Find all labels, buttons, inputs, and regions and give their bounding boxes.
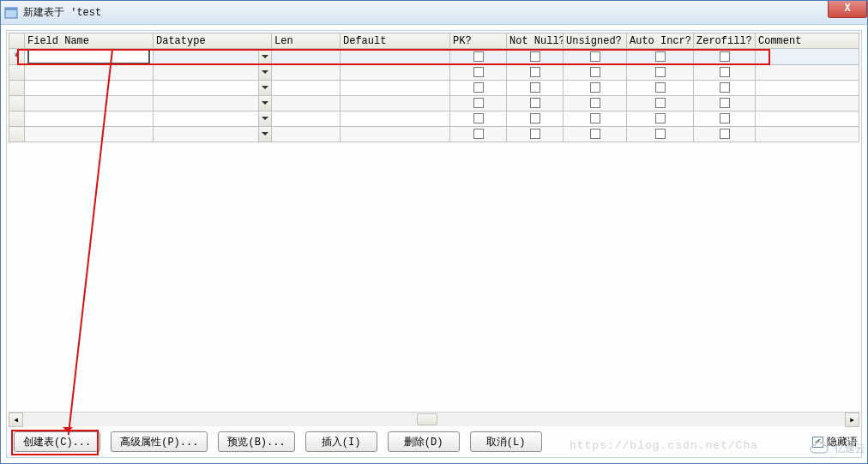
cell-pk[interactable] bbox=[450, 81, 507, 96]
cell-field-name[interactable] bbox=[25, 81, 154, 96]
unsigned-checkbox[interactable] bbox=[590, 51, 600, 62]
cell-datatype[interactable] bbox=[154, 65, 272, 81]
cell-datatype[interactable] bbox=[154, 81, 272, 96]
cell-comment[interactable] bbox=[756, 81, 859, 96]
cell-unsigned[interactable] bbox=[564, 81, 627, 96]
datatype-dropdown-icon[interactable] bbox=[258, 111, 271, 126]
cell-len[interactable] bbox=[272, 96, 341, 111]
col-zerofill[interactable]: Zerofill? bbox=[694, 33, 756, 49]
scroll-thumb[interactable] bbox=[417, 413, 437, 425]
cell-not-null[interactable] bbox=[507, 65, 564, 81]
cell-not-null[interactable] bbox=[507, 127, 564, 142]
cell-unsigned[interactable] bbox=[564, 127, 627, 142]
auto-incr-checkbox[interactable] bbox=[655, 82, 666, 93]
cell-zerofill[interactable] bbox=[694, 111, 756, 127]
cell-pk[interactable] bbox=[450, 65, 507, 81]
table-row[interactable]: * bbox=[9, 49, 859, 65]
cell-zerofill[interactable] bbox=[694, 81, 756, 96]
not-null-checkbox[interactable] bbox=[530, 67, 540, 77]
cell-len[interactable] bbox=[272, 127, 341, 142]
cell-len[interactable] bbox=[272, 49, 341, 65]
cell-zerofill[interactable] bbox=[694, 65, 756, 81]
table-row[interactable] bbox=[9, 81, 859, 96]
scroll-right-arrow-icon[interactable]: ▸ bbox=[845, 413, 859, 427]
row-marker[interactable] bbox=[9, 127, 25, 142]
cell-zerofill[interactable] bbox=[694, 49, 756, 65]
auto-incr-checkbox[interactable] bbox=[655, 113, 666, 124]
cell-comment[interactable] bbox=[756, 111, 859, 127]
table-row[interactable] bbox=[9, 111, 859, 127]
cell-auto-incr[interactable] bbox=[627, 49, 694, 65]
insert-button[interactable]: 插入(I) bbox=[305, 431, 377, 452]
cell-pk[interactable] bbox=[450, 96, 507, 111]
auto-incr-checkbox[interactable] bbox=[655, 98, 666, 108]
row-marker[interactable] bbox=[9, 81, 25, 96]
hide-language-checkbox[interactable]: ✔ 隐藏语 bbox=[812, 435, 858, 449]
datatype-dropdown-icon[interactable] bbox=[258, 96, 271, 111]
cell-pk[interactable] bbox=[450, 49, 507, 65]
cell-field-name[interactable] bbox=[25, 111, 154, 127]
cell-field-name[interactable] bbox=[25, 127, 154, 142]
advanced-button[interactable]: 高级属性(P)... bbox=[111, 431, 208, 452]
cell-pk[interactable] bbox=[450, 127, 507, 142]
col-default[interactable]: Default bbox=[341, 33, 450, 49]
col-auto-incr[interactable]: Auto Incr? bbox=[627, 33, 694, 49]
datatype-dropdown-icon[interactable] bbox=[258, 65, 271, 80]
auto-incr-checkbox[interactable] bbox=[655, 51, 666, 62]
pk-checkbox[interactable] bbox=[473, 67, 484, 77]
horizontal-scrollbar[interactable]: ◂ ▸ bbox=[9, 412, 859, 426]
unsigned-checkbox[interactable] bbox=[590, 129, 600, 139]
row-marker[interactable]: * bbox=[9, 49, 25, 65]
zerofill-checkbox[interactable] bbox=[720, 98, 730, 108]
datatype-dropdown-icon[interactable] bbox=[258, 127, 271, 142]
auto-incr-checkbox[interactable] bbox=[655, 129, 666, 139]
not-null-checkbox[interactable] bbox=[530, 82, 540, 93]
cell-field-name[interactable] bbox=[25, 96, 154, 111]
cell-comment[interactable] bbox=[756, 96, 859, 111]
cell-len[interactable] bbox=[272, 65, 341, 81]
col-unsigned[interactable]: Unsigned? bbox=[564, 33, 627, 49]
col-datatype[interactable]: Datatype bbox=[154, 33, 272, 49]
col-len[interactable]: Len bbox=[272, 33, 341, 49]
cell-comment[interactable] bbox=[756, 127, 859, 142]
cell-auto-incr[interactable] bbox=[627, 127, 694, 142]
cell-default[interactable] bbox=[341, 96, 450, 111]
cancel-button[interactable]: 取消(L) bbox=[470, 431, 542, 452]
cell-zerofill[interactable] bbox=[694, 96, 756, 111]
cell-auto-incr[interactable] bbox=[627, 81, 694, 96]
cell-auto-incr[interactable] bbox=[627, 96, 694, 111]
row-marker[interactable] bbox=[9, 96, 25, 111]
preview-button[interactable]: 预览(B)... bbox=[218, 431, 294, 452]
cell-unsigned[interactable] bbox=[564, 96, 627, 111]
col-marker[interactable] bbox=[9, 33, 25, 49]
cell-datatype[interactable] bbox=[154, 127, 272, 142]
pk-checkbox[interactable] bbox=[473, 82, 484, 93]
zerofill-checkbox[interactable] bbox=[720, 51, 730, 62]
cell-default[interactable] bbox=[341, 49, 450, 65]
unsigned-checkbox[interactable] bbox=[590, 67, 600, 77]
col-comment[interactable]: Comment bbox=[756, 33, 859, 49]
close-button[interactable]: X bbox=[828, 1, 867, 18]
not-null-checkbox[interactable] bbox=[530, 98, 540, 108]
cell-default[interactable] bbox=[341, 127, 450, 142]
table-row[interactable] bbox=[9, 96, 859, 111]
cell-default[interactable] bbox=[341, 111, 450, 127]
cell-default[interactable] bbox=[341, 81, 450, 96]
cell-datatype[interactable] bbox=[154, 111, 272, 127]
cell-pk[interactable] bbox=[450, 111, 507, 127]
col-field-name[interactable]: Field Name bbox=[25, 33, 154, 49]
cell-unsigned[interactable] bbox=[564, 65, 627, 81]
pk-checkbox[interactable] bbox=[473, 98, 484, 108]
unsigned-checkbox[interactable] bbox=[590, 82, 600, 93]
field-name-input[interactable] bbox=[27, 49, 150, 64]
scroll-left-arrow-icon[interactable]: ◂ bbox=[9, 413, 23, 427]
unsigned-checkbox[interactable] bbox=[590, 98, 600, 108]
cell-unsigned[interactable] bbox=[564, 49, 627, 65]
cell-not-null[interactable] bbox=[507, 49, 564, 65]
unsigned-checkbox[interactable] bbox=[590, 113, 600, 124]
cell-field-name[interactable] bbox=[25, 49, 154, 65]
table-row[interactable] bbox=[9, 127, 859, 142]
cell-datatype[interactable] bbox=[154, 96, 272, 111]
pk-checkbox[interactable] bbox=[473, 51, 484, 62]
datatype-dropdown-icon[interactable] bbox=[258, 81, 271, 95]
